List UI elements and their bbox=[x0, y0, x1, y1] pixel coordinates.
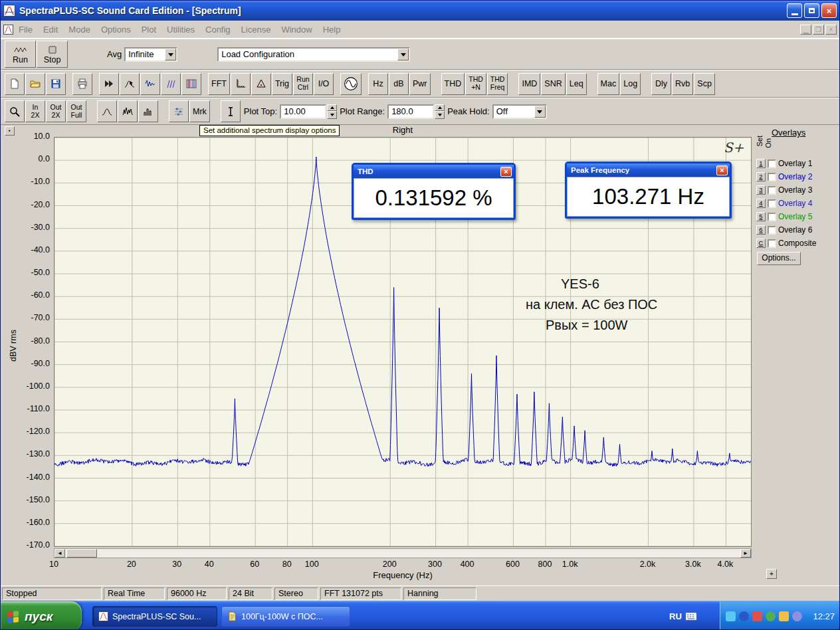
bar-display-button[interactable] bbox=[138, 100, 158, 122]
load-configuration-select[interactable]: Load Configuration bbox=[217, 47, 410, 62]
db-units-button[interactable]: dB bbox=[389, 73, 409, 95]
reverb-button[interactable]: Rvb bbox=[672, 73, 693, 95]
surface-plot-button[interactable] bbox=[161, 73, 181, 95]
print-button[interactable] bbox=[72, 73, 92, 95]
start-button[interactable]: пуск bbox=[1, 601, 82, 630]
tray-icon-6[interactable] bbox=[792, 611, 802, 621]
spectrum-view-button[interactable] bbox=[120, 73, 140, 95]
smooth-curve-button[interactable] bbox=[97, 100, 117, 122]
zoom-out-full-button[interactable]: Out Full bbox=[66, 100, 86, 122]
close-button[interactable]: × bbox=[821, 3, 837, 18]
plot-range-spinner[interactable] bbox=[435, 104, 445, 119]
overlay-on-checkbox-C[interactable] bbox=[768, 239, 776, 248]
overlay-set-button-1[interactable]: 1 bbox=[756, 159, 766, 168]
menu-utilities[interactable]: Utilities bbox=[161, 23, 200, 37]
tray-icon-4[interactable] bbox=[766, 611, 776, 621]
time-series-button[interactable] bbox=[140, 73, 160, 95]
thd-n-button[interactable]: THD +N bbox=[465, 73, 486, 95]
overlay-set-button-6[interactable]: 6 bbox=[756, 225, 766, 235]
scroll-right-icon[interactable]: ► bbox=[740, 549, 751, 558]
new-document-button[interactable] bbox=[5, 73, 25, 95]
plot-top-input[interactable]: 10.00 bbox=[280, 104, 326, 119]
trigger-button[interactable]: Trig bbox=[272, 73, 292, 95]
spin-up-icon[interactable] bbox=[327, 104, 337, 111]
overlay-on-checkbox-4[interactable] bbox=[768, 199, 776, 208]
peak-hold-select[interactable]: Off bbox=[492, 104, 547, 119]
overlays-header-link[interactable]: Overlays bbox=[772, 128, 805, 138]
scrollbar-thumb[interactable] bbox=[66, 549, 97, 558]
load-configuration-arrow-icon[interactable] bbox=[397, 49, 409, 60]
menu-plot[interactable]: Plot bbox=[136, 23, 161, 37]
imd-button[interactable]: IMD bbox=[518, 73, 540, 95]
mdi-close-button[interactable]: × bbox=[825, 25, 837, 35]
jagged-curve-button[interactable] bbox=[118, 100, 138, 122]
spin-up-icon[interactable] bbox=[435, 104, 445, 111]
menu-config[interactable]: Config bbox=[200, 23, 236, 37]
restore-button[interactable] bbox=[804, 3, 819, 18]
peak-window-close-icon[interactable]: × bbox=[716, 165, 728, 175]
peak-window-titlebar[interactable]: Peak Frequency × bbox=[567, 163, 730, 177]
save-button[interactable] bbox=[46, 73, 66, 95]
menu-edit[interactable]: Edit bbox=[38, 23, 63, 37]
menu-options[interactable]: Options bbox=[96, 23, 136, 37]
overlay-options-button[interactable]: Options... bbox=[757, 252, 801, 265]
run-button[interactable]: Run bbox=[5, 41, 36, 68]
tray-icon-5[interactable] bbox=[779, 611, 789, 621]
stop-button[interactable]: Stop bbox=[37, 41, 68, 68]
fast-forward-button[interactable] bbox=[99, 73, 119, 95]
horizontal-scrollbar[interactable]: ◄ ► bbox=[54, 548, 752, 558]
hz-units-button[interactable]: Hz bbox=[368, 73, 388, 95]
peak-frequency-window[interactable]: Peak Frequency × 103.271 Hz bbox=[565, 161, 732, 219]
language-indicator[interactable]: RU bbox=[669, 601, 697, 630]
menu-license[interactable]: License bbox=[236, 23, 276, 37]
tray-icon-2[interactable] bbox=[739, 611, 749, 621]
log-button[interactable]: Log bbox=[620, 73, 641, 95]
cursor-button[interactable] bbox=[221, 100, 241, 122]
minimize-button[interactable] bbox=[787, 3, 802, 18]
avg-dropdown-arrow-icon[interactable] bbox=[165, 49, 176, 60]
menu-file[interactable]: File bbox=[13, 23, 38, 37]
overlay-on-checkbox-3[interactable] bbox=[768, 186, 776, 195]
thd-freq-button[interactable]: THD Freq bbox=[487, 73, 508, 95]
tray-icon-3[interactable] bbox=[752, 611, 762, 621]
overlay-on-checkbox-6[interactable] bbox=[768, 226, 776, 235]
overlay-set-button-4[interactable]: 4 bbox=[756, 199, 766, 208]
mixer-button[interactable] bbox=[169, 100, 189, 122]
avg-select[interactable]: Infinite bbox=[124, 47, 177, 62]
signal-generator-button[interactable] bbox=[340, 73, 362, 95]
open-button[interactable] bbox=[25, 73, 45, 95]
spin-down-icon[interactable] bbox=[327, 111, 337, 119]
thd-window-titlebar[interactable]: THD × bbox=[354, 165, 514, 178]
scope-button[interactable]: Scp bbox=[694, 73, 715, 95]
thd-window-close-icon[interactable]: × bbox=[500, 167, 512, 177]
peak-hold-arrow-icon[interactable] bbox=[534, 106, 546, 118]
phase-button[interactable] bbox=[251, 73, 271, 95]
power-units-button[interactable]: Pwr bbox=[409, 73, 431, 95]
menu-window[interactable]: Window bbox=[276, 23, 317, 37]
menu-mode[interactable]: Mode bbox=[63, 23, 96, 37]
run-control-button[interactable]: Run Ctrl bbox=[293, 73, 313, 95]
zoom-out-2x-button[interactable]: Out 2X bbox=[46, 100, 66, 122]
delay-button[interactable]: Dly bbox=[651, 73, 671, 95]
overlay-set-button-3[interactable]: 3 bbox=[756, 185, 766, 195]
overlay-set-button-5[interactable]: 5 bbox=[756, 212, 766, 221]
leq-button[interactable]: Leq bbox=[566, 73, 587, 95]
tray-icon-1[interactable] bbox=[726, 611, 736, 621]
fft-settings-button[interactable]: FFT bbox=[208, 73, 230, 95]
thd-button[interactable]: THD bbox=[441, 73, 465, 95]
spectrogram-button[interactable] bbox=[181, 73, 201, 95]
plot-range-input[interactable]: 180.0 bbox=[387, 104, 434, 119]
zoom-in-2x-button[interactable]: In 2X bbox=[25, 100, 45, 122]
scaling-button[interactable] bbox=[231, 73, 251, 95]
macro-button[interactable]: Mac bbox=[597, 73, 620, 95]
overlay-on-checkbox-1[interactable] bbox=[768, 159, 776, 168]
plot-top-spinner[interactable] bbox=[327, 104, 337, 119]
menu-help[interactable]: Help bbox=[318, 23, 346, 37]
snr-button[interactable]: SNR bbox=[541, 73, 565, 95]
overlay-set-button-C[interactable]: C bbox=[756, 239, 766, 248]
zoom-button[interactable] bbox=[5, 100, 25, 122]
thd-window[interactable]: THD × 0.131592 % bbox=[352, 163, 516, 220]
taskbar-task-1[interactable]: 100Гц-100W с ПОС... bbox=[221, 606, 350, 627]
overlay-on-checkbox-2[interactable] bbox=[768, 173, 776, 181]
mdi-restore-button[interactable]: ❒ bbox=[813, 25, 824, 35]
